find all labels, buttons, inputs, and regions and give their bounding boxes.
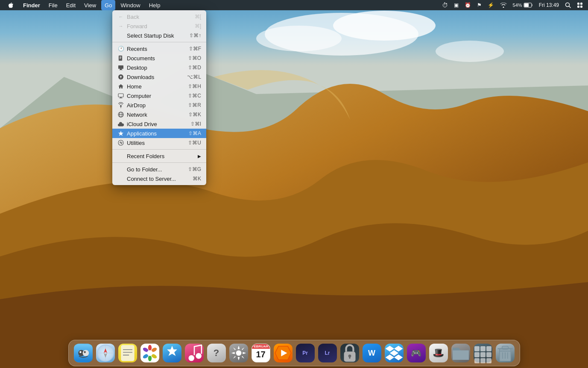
recents-icon: 🕐 (117, 45, 124, 52)
svg-rect-14 (580, 6, 582, 8)
menu-item-desktop[interactable]: Desktop ⇧⌘D (112, 63, 206, 72)
wifi-icon[interactable] (498, 3, 509, 8)
applications-shortcut: ⇧⌘A (188, 130, 201, 136)
menubar-help[interactable]: Help (146, 0, 164, 10)
menu-item-computer[interactable]: Computer ⇧⌘C (112, 91, 206, 100)
menu-item-go-to-folder[interactable]: Go to Folder... ⇧⌘G (112, 165, 206, 174)
dock-item-lock[interactable] (339, 343, 360, 363)
go-to-folder-shortcut: ⇧⌘G (188, 166, 201, 172)
dock-item-help[interactable]: ? (206, 343, 227, 363)
svg-marker-65 (385, 346, 394, 352)
svg-point-38 (84, 351, 85, 353)
downloads-shortcut: ⌥⌘L (187, 74, 201, 80)
network-icon (117, 111, 124, 118)
startup-disk-icon (117, 32, 124, 39)
utilities-icon (117, 139, 124, 146)
svg-rect-45 (121, 345, 134, 361)
control-center-icon[interactable] (575, 2, 585, 8)
svg-point-3 (256, 26, 342, 51)
svg-point-56 (147, 350, 153, 356)
menu-item-documents[interactable]: Documents ⇧⌘O (112, 53, 206, 63)
time-machine-icon[interactable]: ⏱ (440, 2, 450, 9)
menu-item-utilities[interactable]: Utilities ⇧⌘U (112, 138, 206, 147)
svg-marker-66 (394, 346, 403, 352)
menu-item-back[interactable]: ← Back ⌘[ (112, 12, 206, 21)
startup-disk-shortcut: ⇧⌘↑ (189, 32, 201, 38)
svg-rect-64 (349, 356, 350, 359)
menubar: Finder File Edit View Go Window Help ⏱ ▣… (0, 0, 588, 10)
menu-item-startup-disk[interactable]: Select Startup Disk ⇧⌘↑ (112, 31, 206, 40)
display-icon[interactable]: ▣ (452, 2, 460, 8)
menu-item-recents[interactable]: 🕐 Recents ⇧⌘F (112, 44, 206, 53)
menu-item-home[interactable]: Home ⇧⌘H (112, 82, 206, 91)
dock-item-folder-grid[interactable] (473, 343, 493, 363)
dock-item-safari[interactable] (95, 343, 116, 363)
menu-item-recent-folders[interactable]: Recent Folders ▶ (112, 151, 206, 161)
menu-item-downloads[interactable]: Downloads ⌥⌘L (112, 72, 206, 82)
menu-item-network[interactable]: Network ⇧⌘K (112, 110, 206, 119)
dock-item-appstore[interactable] (162, 343, 182, 363)
connect-server-shortcut: ⌘K (193, 176, 201, 182)
desktop-icon (117, 64, 124, 71)
svg-rect-22 (119, 70, 123, 70)
dock-item-notes[interactable] (117, 343, 138, 363)
svg-point-58 (196, 353, 202, 359)
airdrop-icon (117, 102, 124, 109)
menubar-edit[interactable]: Edit (63, 0, 79, 10)
svg-rect-27 (120, 97, 122, 98)
menubar-window[interactable]: Window (117, 0, 143, 10)
dock-item-arcade[interactable]: 🎮 (406, 343, 427, 363)
go-to-folder-icon (117, 166, 124, 173)
svg-marker-25 (118, 84, 123, 88)
dock-item-system-prefs[interactable] (228, 343, 249, 363)
menu-item-airdrop[interactable]: AirDrop ⇧⌘R (112, 100, 206, 110)
svg-point-2 (333, 11, 436, 41)
go-dropdown-menu: ← Back ⌘[ → Forward ⌘] Select Startup Di… (112, 10, 206, 185)
menu-item-forward[interactable]: → Forward ⌘] (112, 21, 206, 31)
icloud-drive-shortcut: ⇧⌘I (190, 121, 201, 127)
forward-shortcut: ⌘] (195, 23, 201, 29)
menubar-finder[interactable]: Finder (20, 0, 44, 10)
back-shortcut: ⌘[ (195, 14, 201, 20)
desktop-shortcut: ⇧⌘D (188, 65, 201, 71)
dock-item-calendar[interactable]: FEBRUARY 17 (251, 343, 271, 363)
dock-item-finder[interactable] (73, 343, 94, 363)
svg-point-59 (236, 350, 241, 356)
network-shortcut: ⇧⌘K (188, 112, 201, 118)
svg-rect-13 (577, 6, 579, 8)
dock-item-photos[interactable] (140, 343, 160, 363)
home-shortcut: ⇧⌘H (188, 83, 201, 89)
dock-item-vlc[interactable] (273, 343, 293, 363)
menu-item-icloud-drive[interactable]: iCloud Drive ⇧⌘I (112, 119, 206, 129)
clock: Fri 13:49 (537, 2, 561, 8)
spotlight-search-icon[interactable] (563, 2, 573, 8)
documents-shortcut: ⇧⌘O (188, 55, 201, 61)
svg-marker-67 (389, 350, 398, 356)
menubar-file[interactable]: File (45, 0, 61, 10)
separator-3 (112, 162, 206, 163)
dock-item-word[interactable]: W (362, 343, 382, 363)
airdrop-shortcut: ⇧⌘R (188, 102, 201, 108)
dock-item-dropbox[interactable] (384, 343, 404, 363)
menu-icon-extra[interactable]: ⚑ (475, 2, 483, 8)
svg-marker-69 (394, 354, 403, 360)
dock-item-lightroom[interactable]: Lr (317, 343, 338, 363)
menu-item-applications[interactable]: Applications ⇧⌘A (112, 129, 206, 138)
desktop (0, 0, 588, 368)
dock-item-files[interactable] (451, 343, 471, 363)
svg-rect-21 (120, 69, 122, 70)
svg-rect-26 (118, 94, 123, 97)
screentime-icon[interactable]: ⏰ (463, 2, 473, 8)
menubar-go[interactable]: Go (101, 0, 115, 10)
computer-icon (117, 92, 124, 99)
menubar-view[interactable]: View (81, 0, 99, 10)
bluetooth-icon[interactable]: ⚡ (486, 2, 496, 8)
menu-item-connect-server[interactable]: Connect to Server... ⌘K (112, 174, 206, 183)
dock-item-music[interactable] (184, 343, 205, 363)
svg-point-36 (82, 350, 89, 356)
dock-item-premiere[interactable]: Pr (295, 343, 316, 363)
separator-1 (112, 42, 206, 42)
apple-menu[interactable] (3, 0, 18, 10)
dock-item-alfred[interactable]: 🎩 (428, 343, 449, 363)
dock-item-trash[interactable] (495, 343, 515, 363)
